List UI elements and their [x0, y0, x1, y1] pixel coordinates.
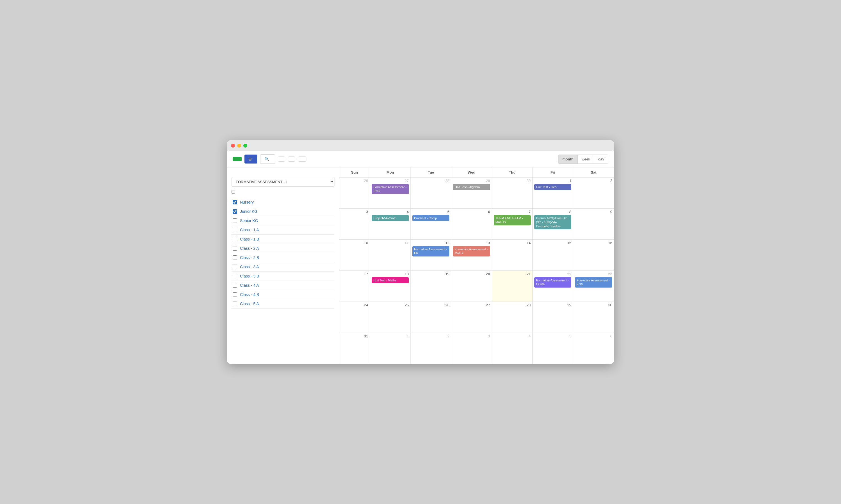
day-number: 23: [575, 272, 612, 276]
checkbox-class-3b[interactable]: [233, 274, 237, 278]
calendar-day-2-6[interactable]: 16: [573, 240, 614, 270]
checkbox-class-3a[interactable]: [233, 265, 237, 269]
class-list-item: Junior KG: [231, 207, 334, 216]
calendar-event[interactable]: TERM END EXAM - MATHS: [494, 215, 531, 226]
calendar-day-1-1[interactable]: 4Project-5A-Craft: [370, 209, 411, 239]
calendar-day-4-6[interactable]: 30: [573, 302, 614, 332]
checkbox-class-1a[interactable]: [233, 228, 237, 232]
label-junior-kg: Junior KG: [240, 209, 257, 214]
calendar-week-5: 31123456: [339, 333, 614, 364]
calendar-day-2-1[interactable]: 11: [370, 240, 411, 270]
calendar-event[interactable]: Internal MCQ/Prac/Oral (9th - 10th)-5A-C…: [534, 215, 571, 229]
view-day-button[interactable]: day: [594, 155, 608, 163]
calendar-day-5-0[interactable]: 31: [339, 333, 370, 364]
calendar-event[interactable]: Project-5A-Craft: [372, 215, 409, 221]
calendar-day-4-4[interactable]: 28: [492, 302, 533, 332]
calendar-event[interactable]: Formative Assessment - FR: [412, 246, 449, 256]
calendar-day-2-4[interactable]: 14: [492, 240, 533, 270]
calendar-day-3-3[interactable]: 20: [451, 271, 492, 302]
calendar-day-0-2[interactable]: 28: [411, 178, 451, 208]
calendar-event[interactable]: Formative Assessment - Maths: [453, 246, 490, 256]
calendar-day-4-3[interactable]: 27: [451, 302, 492, 332]
checkbox-class-2b[interactable]: [233, 255, 237, 260]
calendar-day-4-0[interactable]: 24: [339, 302, 370, 332]
checkbox-class-2a[interactable]: [233, 246, 237, 251]
day-number: 3: [453, 334, 490, 338]
checkbox-class-1b[interactable]: [233, 237, 237, 241]
term-dropdown[interactable]: FORMATIVE ASSESSMENT - I FORMATIVE ASSES…: [231, 177, 334, 187]
calendar-day-3-5[interactable]: 22Formative Assessment - COMP: [533, 271, 573, 302]
today-button[interactable]: [298, 157, 306, 162]
calendar-day-1-2[interactable]: 5Practical - Comp: [411, 209, 451, 239]
day-number: 28: [412, 179, 449, 183]
calendar-day-3-1[interactable]: 18Unit Test - Maths: [370, 271, 411, 302]
calendar-day-4-1[interactable]: 25: [370, 302, 411, 332]
calendar-day-3-6[interactable]: 23Formative Assessment - ENG: [573, 271, 614, 302]
calendar-event[interactable]: Unit Test - Geo: [534, 184, 571, 190]
checkbox-nursery[interactable]: [233, 200, 237, 204]
view-week-button[interactable]: week: [578, 155, 594, 163]
calendar-day-1-0[interactable]: 3: [339, 209, 370, 239]
cal-header-tue: Tue: [411, 167, 451, 177]
day-number: 20: [453, 272, 490, 276]
calendar-day-0-6[interactable]: 2: [573, 178, 614, 208]
calendar-day-5-5[interactable]: 5: [533, 333, 573, 364]
calendar-day-3-4[interactable]: 21: [492, 271, 533, 302]
calendar-day-5-3[interactable]: 3: [451, 333, 492, 364]
calendar-day-2-2[interactable]: 12Formative Assessment - FR: [411, 240, 451, 270]
class-list: NurseryJunior KGSenior KGClass - 1 AClas…: [231, 198, 334, 309]
cal-header-mon: Mon: [370, 167, 411, 177]
day-number: 29: [453, 179, 490, 183]
label-nursery: Nursery: [240, 200, 254, 204]
calendar-day-0-3[interactable]: 29Unit Test - Algebra: [451, 178, 492, 208]
calendar-day-5-4[interactable]: 4: [492, 333, 533, 364]
calendar-day-2-5[interactable]: 15: [533, 240, 573, 270]
checkbox-class-4a[interactable]: [233, 283, 237, 288]
calendar-day-4-5[interactable]: 29: [533, 302, 573, 332]
minimize-button[interactable]: [237, 144, 241, 147]
advance-config-checkbox[interactable]: [231, 190, 235, 194]
label-class-2b: Class - 2 B: [240, 255, 259, 260]
day-number: 5: [534, 334, 571, 338]
calendar-day-1-4[interactable]: 7TERM END EXAM - MATHS: [492, 209, 533, 239]
calendar-day-5-2[interactable]: 2: [411, 333, 451, 364]
calendar-day-0-5[interactable]: 1Unit Test - Geo: [533, 178, 573, 208]
close-button[interactable]: [231, 144, 235, 147]
checkbox-class-5a[interactable]: [233, 302, 237, 306]
calendar-day-3-2[interactable]: 19: [411, 271, 451, 302]
calendar-event[interactable]: Unit Test - Maths: [372, 277, 409, 283]
calendar-week-4: 24252627282930: [339, 302, 614, 333]
view-month-button[interactable]: month: [559, 155, 578, 163]
calendar-day-1-6[interactable]: 9: [573, 209, 614, 239]
calendar-day-0-4[interactable]: 30: [492, 178, 533, 208]
calendar-day-0-1[interactable]: 27Formative Assessment - ENG: [370, 178, 411, 208]
checkbox-senior-kg[interactable]: [233, 218, 237, 223]
checkbox-class-4b[interactable]: [233, 292, 237, 297]
calendar-day-5-6[interactable]: 6: [573, 333, 614, 364]
calendar-event[interactable]: Practical - Comp: [412, 215, 449, 221]
search-icon: 🔍: [264, 157, 269, 161]
calendar-day-5-1[interactable]: 1: [370, 333, 411, 364]
maximize-button[interactable]: [243, 144, 247, 147]
checkbox-junior-kg[interactable]: [233, 209, 237, 214]
calendar-day-0-0[interactable]: 26: [339, 178, 370, 208]
calendar-day-3-0[interactable]: 17: [339, 271, 370, 302]
calendar-day-2-3[interactable]: 13Formative Assessment - Maths: [451, 240, 492, 270]
search-button[interactable]: 🔍: [260, 154, 275, 164]
next-button[interactable]: [288, 157, 295, 162]
calendar-event[interactable]: Unit Test - Algebra: [453, 184, 490, 190]
calendar-day-4-2[interactable]: 26: [411, 302, 451, 332]
calendar-day-1-3[interactable]: 6: [451, 209, 492, 239]
add-exam-button[interactable]: [233, 157, 242, 161]
calendar-event[interactable]: Formative Assessment - COMP: [534, 277, 571, 288]
calendar-day-1-5[interactable]: 8Internal MCQ/Prac/Oral (9th - 10th)-5A-…: [533, 209, 573, 239]
calendar-event[interactable]: Formative Assessment - ENG: [575, 277, 612, 288]
draft-button[interactable]: ⊞: [244, 155, 257, 163]
calendar-event[interactable]: Formative Assessment - ENG: [372, 184, 409, 194]
cal-header-wed: Wed: [451, 167, 492, 177]
calendar-day-2-0[interactable]: 10: [339, 240, 370, 270]
class-list-item: Class - 2 B: [231, 253, 334, 263]
day-number: 30: [494, 179, 531, 183]
prev-button[interactable]: [278, 157, 285, 162]
day-number: 15: [534, 241, 571, 245]
